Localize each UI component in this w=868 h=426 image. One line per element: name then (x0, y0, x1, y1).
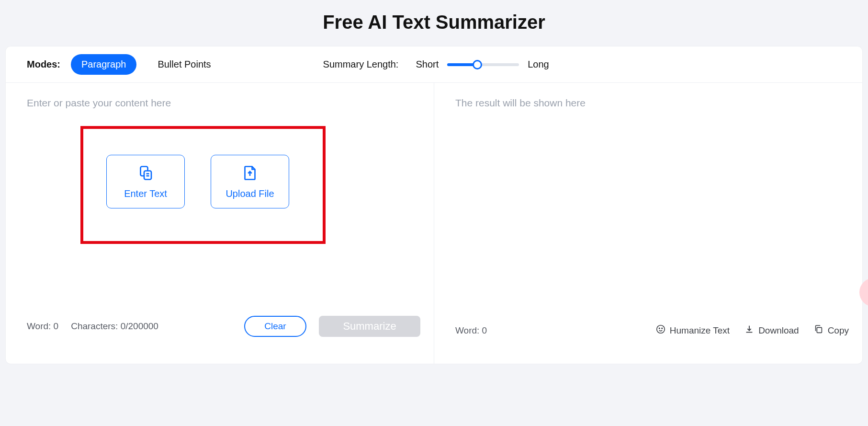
summary-length-slider-wrap: Short Long (416, 59, 549, 70)
modes-label: Modes: (27, 59, 60, 70)
copy-button[interactable]: Copy (813, 324, 849, 337)
download-label: Download (758, 325, 799, 336)
svg-point-6 (662, 328, 662, 328)
page-title: Free AI Text Summarizer (0, 0, 868, 46)
svg-point-4 (657, 325, 665, 334)
main-panel: Modes: Paragraph Bullet Points Summary L… (6, 46, 862, 364)
svg-rect-7 (817, 327, 822, 333)
svg-rect-1 (144, 171, 151, 179)
enter-text-label: Enter Text (124, 188, 167, 199)
upload-file-label: Upload File (225, 188, 274, 199)
length-long-label: Long (528, 59, 549, 70)
enter-text-button[interactable]: Enter Text (106, 155, 185, 208)
input-footer: Word: 0 Characters: 0/200000 Clear Summa… (27, 316, 420, 337)
copy-label: Copy (828, 325, 849, 336)
toolbar: Modes: Paragraph Bullet Points Summary L… (6, 46, 862, 83)
input-char-count: Characters: 0/200000 (71, 321, 158, 332)
summary-length-slider[interactable] (447, 63, 519, 67)
svg-point-5 (659, 328, 659, 328)
length-short-label: Short (416, 59, 439, 70)
humanize-text-button[interactable]: Humanize Text (655, 324, 730, 337)
input-column: Enter or paste your content here Enter T… (6, 83, 434, 364)
output-actions: Humanize Text Download Copy (655, 324, 849, 337)
input-placeholder[interactable]: Enter or paste your content here (27, 97, 413, 109)
summarize-button[interactable]: Summarize (319, 316, 420, 337)
upload-file-icon (241, 164, 259, 182)
content-columns: Enter or paste your content here Enter T… (6, 83, 862, 364)
clear-button[interactable]: Clear (244, 316, 306, 337)
output-column: The result will be shown here Word: 0 Hu… (434, 83, 862, 364)
mode-bullet-points-button[interactable]: Bullet Points (147, 54, 221, 75)
output-footer: Word: 0 Humanize Text Download (455, 324, 849, 337)
smiley-icon (655, 324, 666, 337)
input-word-count: Word: 0 (27, 321, 58, 332)
download-icon (744, 324, 755, 337)
humanize-text-label: Humanize Text (670, 325, 730, 336)
output-placeholder: The result will be shown here (455, 97, 841, 109)
slider-thumb[interactable] (473, 60, 482, 69)
upload-file-button[interactable]: Upload File (211, 155, 289, 208)
mode-paragraph-button[interactable]: Paragraph (71, 54, 136, 75)
download-button[interactable]: Download (744, 324, 799, 337)
summary-length-label: Summary Length: (323, 59, 399, 70)
input-action-row: Enter Text Upload File (106, 155, 289, 208)
copy-icon (813, 324, 824, 337)
output-word-count: Word: 0 (455, 325, 487, 336)
paste-icon (137, 164, 154, 182)
